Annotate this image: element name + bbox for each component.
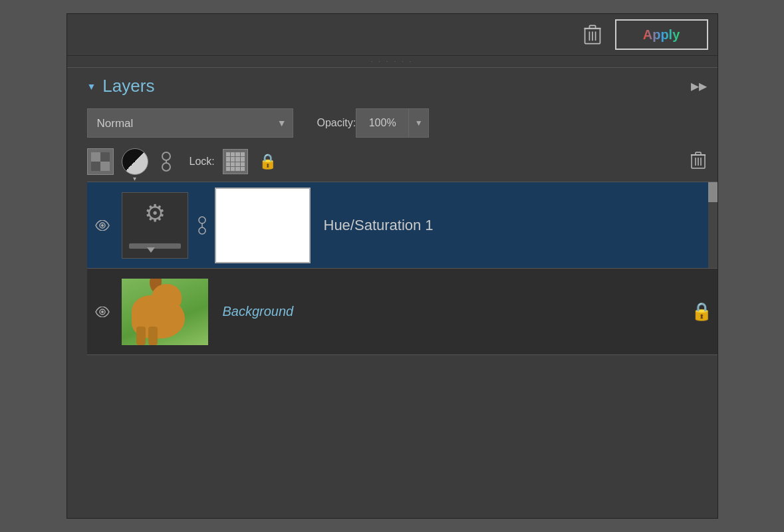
dog-leg-1 <box>136 327 146 345</box>
layer-thumbnail-background <box>122 279 208 345</box>
layer-mask-hue-sat[interactable] <box>216 189 309 262</box>
tools-row: Lock: 🔒 <box>67 144 718 182</box>
layers-list: ⚙ Hue/Saturation 1 <box>67 182 718 518</box>
opacity-label: Opacity: <box>317 117 356 129</box>
layers-panel-title: Layers <box>102 76 154 96</box>
opacity-group: Opacity: ▼ <box>304 108 430 138</box>
dog-leg-2 <box>148 327 158 345</box>
layer-visibility-hue-sat[interactable] <box>92 220 112 231</box>
opacity-dropdown-btn[interactable]: ▼ <box>409 108 429 138</box>
slider-bar-icon <box>129 243 181 249</box>
gear-icon: ⚙ <box>144 200 166 227</box>
collapse-bar[interactable]: · · · · · · <box>67 56 718 68</box>
blend-button[interactable] <box>122 148 148 175</box>
layer-item-hue-saturation[interactable]: ⚙ Hue/Saturation 1 <box>87 182 718 268</box>
layer-name-background: Background <box>223 304 684 319</box>
delete-button-top[interactable] <box>581 21 604 48</box>
layers-bottom-border <box>87 354 718 355</box>
svg-point-21 <box>199 217 205 223</box>
layer-item-background[interactable]: Background 🔒 <box>87 268 718 354</box>
scrollbar-thumb[interactable] <box>708 182 718 202</box>
collapse-dots: · · · · · · <box>371 58 414 65</box>
controls-row: Normal Dissolve Multiply Screen Overlay … <box>67 102 718 144</box>
layer-lock-icon: 🔒 <box>691 301 712 322</box>
dog-image <box>122 279 208 345</box>
lock-all-button[interactable]: 🔒 <box>259 153 277 170</box>
svg-point-20 <box>101 224 104 227</box>
blend-mode-select[interactable]: Normal Dissolve Multiply Screen Overlay <box>87 108 293 138</box>
svg-point-22 <box>199 227 205 234</box>
photoshop-panel: ▶ Apply · · · · · · ▼ Layers ▶▶ <box>66 13 718 519</box>
link-icon[interactable] <box>156 148 176 175</box>
layers-title-group: ▼ Layers <box>87 76 155 96</box>
svg-rect-9 <box>91 162 100 171</box>
layer-visibility-background[interactable] <box>92 307 112 317</box>
blend-mode-wrapper: Normal Dissolve Multiply Screen Overlay … <box>87 108 293 138</box>
svg-rect-15 <box>696 152 701 155</box>
lock-pixels-button[interactable] <box>223 149 248 174</box>
scrollbar-track[interactable] <box>708 182 718 268</box>
transparency-button[interactable] <box>87 148 114 175</box>
apply-button[interactable]: Apply <box>615 19 708 50</box>
lock-label: Lock: <box>190 156 215 168</box>
layer-name-hue-sat: Hue/Saturation 1 <box>324 217 712 234</box>
svg-point-25 <box>101 311 104 313</box>
svg-rect-7 <box>100 162 110 171</box>
layers-collapse-arrow[interactable]: ▼ <box>87 81 96 92</box>
svg-rect-6 <box>91 152 100 162</box>
svg-rect-8 <box>100 152 110 162</box>
top-toolbar: Apply <box>67 14 718 56</box>
layers-header: ▼ Layers ▶▶ <box>67 68 718 102</box>
svg-point-10 <box>162 152 170 160</box>
svg-rect-2 <box>589 25 595 29</box>
layer-link-icon[interactable] <box>195 215 209 235</box>
delete-layer-button[interactable] <box>690 151 707 173</box>
opacity-input[interactable] <box>356 108 409 138</box>
svg-point-11 <box>162 163 170 171</box>
layers-forward-icon[interactable]: ▶▶ <box>691 80 707 92</box>
layer-thumbnail-hue-sat: ⚙ <box>122 192 188 259</box>
